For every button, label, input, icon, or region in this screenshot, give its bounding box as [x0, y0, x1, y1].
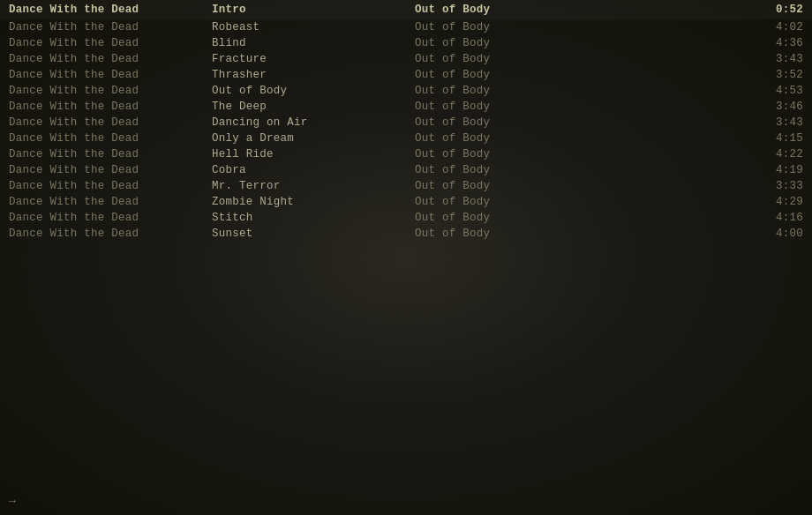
track-album: Out of Body [415, 180, 618, 192]
track-title: Fracture [212, 53, 415, 65]
track-album: Out of Body [415, 116, 618, 129]
track-album: Out of Body [415, 196, 618, 208]
track-title: Out of Body [212, 85, 415, 97]
track-time: 3:33 [618, 180, 803, 192]
header-album: Out of Body [415, 4, 618, 16]
track-album: Out of Body [415, 37, 618, 49]
track-time: 4:22 [618, 148, 803, 160]
track-time: 3:43 [618, 116, 803, 129]
track-title: Zombie Night [212, 196, 415, 208]
track-artist: Dance With the Dead [9, 37, 212, 49]
track-album: Out of Body [415, 228, 618, 240]
track-time: 4:16 [618, 212, 803, 224]
track-artist: Dance With the Dead [9, 69, 212, 81]
table-row[interactable]: Dance With the DeadZombie NightOut of Bo… [0, 194, 812, 210]
track-title: Stitch [212, 212, 415, 224]
track-time: 4:29 [618, 196, 803, 208]
track-artist: Dance With the Dead [9, 164, 212, 176]
track-time: 3:52 [618, 69, 803, 81]
table-row[interactable]: Dance With the DeadSunsetOut of Body4:00 [0, 226, 812, 242]
bottom-bar: → [0, 488, 812, 515]
track-artist: Dance With the Dead [9, 132, 212, 145]
track-title: Thrasher [212, 69, 415, 81]
track-time: 3:46 [618, 101, 803, 113]
track-artist: Dance With the Dead [9, 180, 212, 192]
track-artist: Dance With the Dead [9, 212, 212, 224]
track-album: Out of Body [415, 69, 618, 81]
track-album: Out of Body [415, 132, 618, 145]
track-title: Hell Ride [212, 148, 415, 160]
table-row[interactable]: Dance With the DeadRobeastOut of Body4:0… [0, 19, 812, 35]
track-title: The Deep [212, 101, 415, 113]
track-album: Out of Body [415, 164, 618, 176]
header-title: Intro [212, 4, 415, 16]
table-row[interactable]: Dance With the DeadCobraOut of Body4:19 [0, 162, 812, 178]
header-artist: Dance With the Dead [9, 4, 212, 16]
track-time: 4:02 [618, 21, 803, 34]
arrow-icon: → [9, 495, 16, 508]
track-album: Out of Body [415, 21, 618, 34]
track-album: Out of Body [415, 53, 618, 65]
table-row[interactable]: Dance With the DeadStitchOut of Body4:16 [0, 210, 812, 226]
track-album: Out of Body [415, 101, 618, 113]
track-title: Robeast [212, 21, 415, 34]
table-row[interactable]: Dance With the DeadFractureOut of Body3:… [0, 51, 812, 67]
table-row[interactable]: Dance With the DeadOut of BodyOut of Bod… [0, 83, 812, 99]
track-artist: Dance With the Dead [9, 116, 212, 129]
table-row[interactable]: Dance With the DeadMr. TerrorOut of Body… [0, 178, 812, 194]
track-artist: Dance With the Dead [9, 148, 212, 160]
table-row[interactable]: Dance With the DeadHell RideOut of Body4… [0, 146, 812, 162]
track-album: Out of Body [415, 212, 618, 224]
track-artist: Dance With the Dead [9, 21, 212, 34]
track-title: Sunset [212, 228, 415, 240]
table-row[interactable]: Dance With the DeadBlindOut of Body4:36 [0, 35, 812, 51]
track-time: 4:53 [618, 85, 803, 97]
track-list-header: Dance With the Dead Intro Out of Body 0:… [0, 0, 812, 19]
track-artist: Dance With the Dead [9, 85, 212, 97]
track-time: 4:36 [618, 37, 803, 49]
track-title: Mr. Terror [212, 180, 415, 192]
table-row[interactable]: Dance With the DeadDancing on AirOut of … [0, 115, 812, 131]
track-title: Cobra [212, 164, 415, 176]
track-artist: Dance With the Dead [9, 53, 212, 65]
track-title: Blind [212, 37, 415, 49]
track-time: 4:19 [618, 164, 803, 176]
track-artist: Dance With the Dead [9, 101, 212, 113]
track-title: Only a Dream [212, 132, 415, 145]
track-time: 3:43 [618, 53, 803, 65]
table-row[interactable]: Dance With the DeadThrasherOut of Body3:… [0, 67, 812, 83]
track-time: 4:00 [618, 228, 803, 240]
table-row[interactable]: Dance With the DeadOnly a DreamOut of Bo… [0, 131, 812, 146]
track-list: Dance With the Dead Intro Out of Body 0:… [0, 0, 812, 242]
table-row[interactable]: Dance With the DeadThe DeepOut of Body3:… [0, 99, 812, 115]
header-time: 0:52 [618, 4, 803, 16]
track-album: Out of Body [415, 85, 618, 97]
track-album: Out of Body [415, 148, 618, 160]
track-time: 4:15 [618, 132, 803, 145]
track-artist: Dance With the Dead [9, 196, 212, 208]
track-artist: Dance With the Dead [9, 228, 212, 240]
track-title: Dancing on Air [212, 116, 415, 129]
